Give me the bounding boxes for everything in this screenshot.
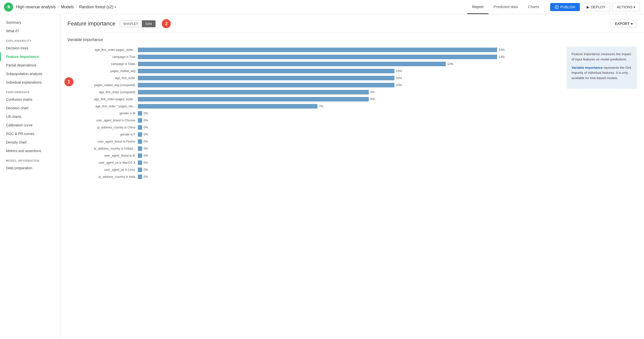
sidebar-item-partial-dependence[interactable]: Partial dependence — [0, 61, 60, 70]
sidebar-item-feature-importance[interactable]: Feature importance — [0, 52, 60, 61]
bar-label: pages_visited_avg (computed) — [67, 83, 138, 87]
bar-value: 10% — [396, 83, 405, 87]
sidebar-item-roc-pr-curves[interactable]: ROC & PR curves — [0, 129, 60, 138]
chart-area: Variable importance age_first_order-page… — [60, 32, 644, 186]
bar-fill — [138, 139, 142, 144]
sidebar-item-what-if[interactable]: What if? — [0, 27, 60, 35]
sidebar-item-subpopulation-analysis[interactable]: Subpopulation analysis — [0, 70, 60, 78]
bar-label: user_agent_os is Linux — [67, 168, 138, 172]
bar-label: user_agent_brand is Chrome — [67, 119, 138, 122]
app-logo — [4, 3, 13, 12]
actions-button[interactable]: ACTIONS ▾ — [612, 3, 640, 11]
bar-row: user_agent_brand is Firefox0% — [67, 139, 560, 144]
bar-fill — [138, 83, 394, 87]
bar-label: user_agent_os is MacOS X — [67, 161, 138, 164]
badge-2: 2 — [162, 19, 171, 28]
bar-row: user_agent_os is Linux0% — [67, 167, 560, 173]
bar-label: ip_address_country is India — [67, 175, 138, 179]
deploy-button[interactable]: ▶ DEPLOY — [582, 3, 610, 11]
bar-label: user_agent_brand is Firefox — [67, 140, 138, 143]
export-area: EXPORT ▾ — [611, 20, 637, 28]
header-nav: Report Predicted data Charts — [467, 0, 544, 14]
bar-fill — [138, 55, 497, 59]
bar-row: ip_address_country is China0% — [67, 125, 560, 130]
app-header: High revenue analysis / Models / Random … — [0, 0, 644, 14]
nav-predicted-data[interactable]: Predicted data — [489, 0, 523, 14]
bar-track: 7% — [138, 104, 560, 109]
bar-value: 0% — [144, 140, 152, 143]
bar-fill — [138, 104, 317, 109]
sidebar-item-lift-charts[interactable]: Lift charts — [0, 112, 60, 121]
bar-track: 10% — [138, 76, 560, 80]
breadcrumb-sep1: / — [58, 5, 59, 9]
publish-button[interactable]: PUBLISH — [550, 3, 580, 11]
bar-fill — [138, 132, 142, 137]
bar-track: 0% — [138, 139, 560, 144]
bar-track: 0% — [138, 118, 560, 123]
bar-row: ip_address_country is United...0% — [67, 146, 560, 151]
main-layout: Summary What if? EXPLAINABILITY Decision… — [0, 14, 644, 339]
bar-fill — [138, 153, 142, 158]
sidebar-item-confusion-matrix[interactable]: Confusion matrix — [0, 95, 60, 104]
bar-track: 12% — [138, 62, 560, 66]
breadcrumb-part1[interactable]: High revenue analysis — [16, 5, 56, 9]
bar-track: 0% — [138, 153, 560, 158]
bar-track: 9% — [138, 97, 560, 101]
sidebar-item-decision-chart[interactable]: Decision chart — [0, 104, 60, 112]
main-content: Feature importance SHAPLEY GINI 2 EXPORT… — [60, 14, 644, 339]
gini-button[interactable]: GINI — [142, 20, 156, 27]
svg-point-1 — [8, 6, 9, 8]
feature-importance-title: Feature importance — [67, 20, 115, 27]
play-icon: ▶ — [587, 5, 589, 9]
bar-value: 10% — [396, 69, 405, 73]
info-text-2: Variable importance represents the Gini … — [572, 65, 632, 81]
sidebar-section-performance: PERFORMANCE — [0, 87, 60, 95]
bar-fill — [138, 175, 142, 179]
bar-value: 9% — [370, 90, 379, 94]
info-bold: Variable importance — [572, 66, 603, 70]
bar-label: age_first_order — [67, 76, 138, 80]
bar-label: pages_visited_avg — [67, 69, 138, 73]
bar-value: 0% — [144, 175, 152, 179]
bar-label: campaign is False — [67, 62, 138, 66]
bar-value: 0% — [144, 126, 152, 129]
chevron-down-icon: ▾ — [633, 5, 635, 9]
bar-row: age_first_order10% — [67, 75, 560, 81]
bar-row: user_agent_brand is Chrome0% — [67, 118, 560, 123]
bar-fill — [138, 62, 446, 66]
bar-fill — [138, 167, 142, 172]
bar-row: age_first_order * pages_visi...7% — [67, 104, 560, 109]
sidebar-item-data-preparation[interactable]: Data preparation — [0, 164, 60, 172]
bar-value: 7% — [319, 105, 328, 108]
bar-value: 0% — [144, 147, 152, 150]
bar-fill — [138, 69, 394, 73]
bar-row: pages_visited_avg10% — [67, 68, 560, 74]
chevron-down-icon: ▾ — [631, 22, 633, 26]
breadcrumb-current[interactable]: Random forest (s2) ▾ — [79, 5, 116, 9]
bar-track: 0% — [138, 175, 560, 179]
bar-value: 14% — [499, 48, 507, 52]
bar-label: age_first_order (computed) — [67, 90, 138, 94]
bar-row: age_first_order+pages_visite...9% — [67, 96, 560, 102]
export-button[interactable]: EXPORT ▾ — [611, 20, 637, 28]
bar-track: 0% — [138, 125, 560, 130]
bar-track: 14% — [138, 48, 560, 52]
sidebar-item-calibration-curve[interactable]: Calibration curve — [0, 121, 60, 129]
sidebar-item-density-chart[interactable]: Density chart — [0, 138, 60, 147]
bar-track: 0% — [138, 132, 560, 137]
bar-track: 14% — [138, 55, 560, 59]
chevron-down-icon: ▾ — [114, 5, 116, 9]
bar-label: age_first_order * pages_visi... — [67, 105, 138, 108]
sidebar-item-decision-trees[interactable]: Decision trees — [0, 44, 60, 52]
shapley-button[interactable]: SHAPLEY — [120, 20, 142, 27]
sidebar-item-individual-explanations[interactable]: Individual explanations — [0, 78, 60, 87]
bar-value: 9% — [370, 97, 379, 101]
sidebar-item-metrics-assertions[interactable]: Metrics and assertions — [0, 147, 60, 155]
bar-label: age_first_order-pages_visite... — [67, 48, 138, 52]
sidebar-item-summary[interactable]: Summary — [0, 18, 60, 27]
nav-charts[interactable]: Charts — [523, 0, 544, 14]
nav-report[interactable]: Report — [467, 0, 489, 14]
breadcrumb-part2[interactable]: Models — [61, 5, 74, 9]
bar-row: user_agent_brand is IE0% — [67, 153, 560, 158]
bar-label: ip_address_country is United... — [67, 147, 138, 150]
